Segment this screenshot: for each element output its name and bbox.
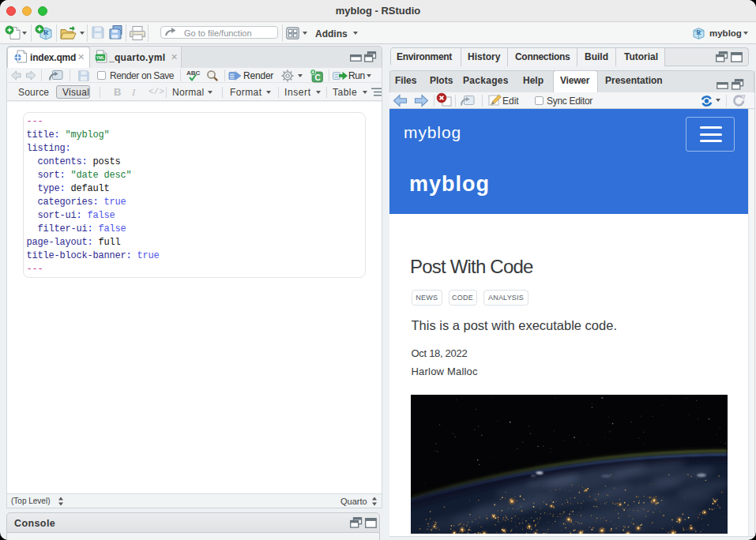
svg-text:R: R <box>697 29 701 36</box>
svg-text:YML: YML <box>96 54 105 59</box>
svg-text:R: R <box>43 28 49 36</box>
svg-text:ABC: ABC <box>186 69 201 77</box>
svg-text:C: C <box>314 73 320 81</box>
